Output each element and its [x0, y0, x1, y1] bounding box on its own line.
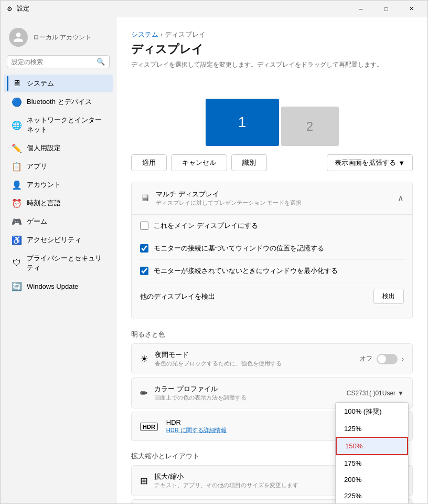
- checkbox-row-1: これをメイン ディスプレイにする: [140, 215, 404, 237]
- breadcrumb-arrow: ›: [160, 30, 165, 38]
- section-header-left: 🖥 マルチ ディスプレイ ディスプレイに対してプレゼンテーション モードを選択: [140, 190, 302, 207]
- sidebar-item-system[interactable]: 🖥 システム: [4, 75, 113, 92]
- multi-display-icon: 🖥: [140, 193, 149, 204]
- night-mode-text: 夜間モード 香色の光をブロックするために、強色を使用する: [155, 350, 282, 368]
- scale-option-125[interactable]: 125%: [336, 421, 408, 437]
- title-bar: ⚙ 設定 ─ □ ✕: [1, 1, 427, 17]
- scale-option-100[interactable]: 100% (推奨): [336, 403, 408, 421]
- sidebar-item-windows-update[interactable]: 🔄 Windows Update: [4, 277, 113, 295]
- color-profile-value: CS2731( )01User: [347, 390, 395, 397]
- color-profile-dropdown[interactable]: CS2731( )01User ▼: [347, 390, 404, 397]
- settings-icon: ⚙: [7, 5, 13, 13]
- nav-icon-bluetooth: 🔵: [12, 97, 22, 107]
- nav-label-personalization: 個人用設定: [27, 143, 61, 153]
- detect-label: 他のディスプレイを検出: [140, 292, 215, 301]
- night-mode-chevron-icon: ›: [402, 355, 404, 363]
- night-mode-icon: ☀: [140, 353, 148, 365]
- avatar: [9, 28, 28, 47]
- minimize-label: モニターが接続されていないときにウィンドウを最小化する: [154, 266, 338, 276]
- color-profile-left: ✏ カラー プロファイル 画面上での色の表示方法を調整する: [140, 384, 247, 402]
- remember-position-checkbox[interactable]: [140, 244, 148, 253]
- expand-button[interactable]: 表示画面を拡張する ▼: [327, 154, 413, 171]
- main-display-label: これをメイン ディスプレイにする: [154, 221, 258, 230]
- nav-icon-windows-update: 🔄: [12, 281, 22, 291]
- night-mode-left: ☀ 夜間モード 香色の光をブロックするために、強色を使用する: [140, 350, 282, 368]
- identify-button[interactable]: 識別: [231, 154, 267, 171]
- color-profile-text: カラー プロファイル 画面上での色の表示方法を調整する: [154, 384, 247, 402]
- night-mode-subtitle: 香色の光をブロックするために、強色を使用する: [155, 360, 282, 368]
- sidebar-item-personalization[interactable]: ✏️ 個人用設定: [4, 139, 113, 157]
- nav-icon-accessibility: ♿: [12, 235, 22, 245]
- page-subtitle: ディスプレイを選択して設定を変更します。ディスプレイをドラッグして再配置します。: [131, 60, 413, 69]
- minimize-checkbox[interactable]: [140, 267, 148, 275]
- scale-title: 拡大/縮小: [154, 472, 298, 481]
- nav-icon-system: 🖥: [12, 79, 22, 88]
- nav-label-system: システム: [27, 79, 54, 88]
- nav-label-bluetooth: Bluetooth とデバイス: [27, 97, 92, 107]
- multi-display-subtitle: ディスプレイに対してプレゼンテーション モードを選択: [156, 199, 302, 207]
- multi-display-title: マルチ ディスプレイ: [156, 190, 302, 199]
- cancel-button[interactable]: キャンセル: [171, 154, 227, 171]
- brightness-section-title: 明るさと色: [131, 330, 413, 339]
- sidebar-item-accounts[interactable]: 👤 アカウント: [4, 176, 113, 194]
- nav-icon-time: ⏰: [12, 198, 22, 208]
- nav-label-apps: アプリ: [27, 162, 47, 171]
- apply-button[interactable]: 適用: [131, 154, 167, 171]
- night-mode-right: オフ ›: [360, 354, 404, 364]
- nav-label-gaming: ゲーム: [27, 217, 47, 226]
- breadcrumb: システム › ディスプレイ: [131, 30, 413, 39]
- expand-label: 表示画面を拡張する: [335, 158, 396, 167]
- checkbox-row-2: モニターの接続に基づいてウィンドウの位置を記憶する: [140, 237, 404, 260]
- monitor-2[interactable]: 2: [281, 107, 339, 146]
- search-box[interactable]: 🔍: [7, 55, 110, 68]
- detect-row: 他のディスプレイを検出 検出: [140, 282, 404, 310]
- nav-icon-privacy: 🛡: [12, 258, 22, 268]
- sidebar-item-gaming[interactable]: 🎮 ゲーム: [4, 213, 113, 230]
- maximize-button[interactable]: □: [374, 1, 398, 17]
- monitor-1-label: 1: [238, 114, 247, 131]
- scale-option-200[interactable]: 200%: [336, 471, 408, 488]
- minimize-button[interactable]: ─: [349, 1, 373, 17]
- nav-label-windows-update: Windows Update: [27, 282, 78, 290]
- hdr-text: HDR HDR に関する詳細情報: [166, 418, 227, 434]
- multi-display-body: これをメイン ディスプレイにする モニターの接続に基づいてウィンドウの位置を記憶…: [132, 214, 412, 319]
- night-mode-value: オフ: [360, 354, 372, 363]
- collapse-icon: ∧: [398, 193, 404, 203]
- scale-option-175[interactable]: 175%: [336, 455, 408, 471]
- sidebar-item-privacy[interactable]: 🛡 プライバシーとセキュリティ: [4, 249, 113, 277]
- detect-button[interactable]: 検出: [373, 289, 404, 304]
- hdr-left: HDR HDR HDR に関する詳細情報: [140, 418, 227, 434]
- monitor-2-label: 2: [306, 119, 313, 134]
- hdr-info-link[interactable]: HDR に関する詳細情報: [166, 427, 227, 433]
- multi-display-header[interactable]: 🖥 マルチ ディスプレイ ディスプレイに対してプレゼンテーション モードを選択 …: [132, 182, 412, 214]
- hdr-link: HDR に関する詳細情報: [166, 426, 227, 434]
- breadcrumb-system[interactable]: システム: [131, 30, 158, 38]
- search-input[interactable]: [12, 58, 97, 66]
- sidebar: ローカル アカウント 🔍 🖥 システム 🔵 Bluetooth とデバイス 🌐 …: [1, 17, 116, 503]
- sidebar-item-bluetooth[interactable]: 🔵 Bluetooth とデバイス: [4, 93, 113, 111]
- sidebar-item-apps[interactable]: 📋 アプリ: [4, 158, 113, 175]
- user-section: ローカル アカウント: [1, 22, 116, 55]
- sidebar-item-accessibility[interactable]: ♿ アクセシビリティ: [4, 231, 113, 249]
- night-mode-toggle[interactable]: [377, 354, 398, 364]
- multi-display-section: 🖥 マルチ ディスプレイ ディスプレイに対してプレゼンテーション モードを選択 …: [131, 182, 413, 319]
- sidebar-item-time[interactable]: ⏰ 時刻と言語: [4, 194, 113, 212]
- nav-icon-apps: 📋: [12, 162, 22, 171]
- night-mode-title: 夜間モード: [155, 350, 282, 360]
- scale-dropdown-items: 100% (推奨)125%150%175%200%225%: [336, 403, 408, 503]
- nav-label-time: 時刻と言語: [27, 198, 61, 208]
- color-profile-subtitle: 画面上での色の表示方法を調整する: [154, 394, 247, 402]
- monitor-1[interactable]: 1: [206, 99, 279, 146]
- content-area: ローカル アカウント 🔍 🖥 システム 🔵 Bluetooth とデバイス 🌐 …: [1, 17, 427, 503]
- scale-option-225[interactable]: 225%: [336, 488, 408, 503]
- sidebar-item-network[interactable]: 🌐 ネットワークとインターネット: [4, 111, 113, 139]
- window-title: 設定: [17, 4, 29, 13]
- night-mode-row[interactable]: ☀ 夜間モード 香色の光をブロックするために、強色を使用する オフ ›: [131, 343, 413, 374]
- breadcrumb-display: ディスプレイ: [165, 30, 206, 38]
- close-button[interactable]: ✕: [399, 1, 423, 17]
- scale-option-150[interactable]: 150%: [336, 437, 408, 455]
- main-display-checkbox[interactable]: [140, 222, 148, 230]
- nav-label-network: ネットワークとインターネット: [27, 116, 104, 134]
- scale-subtitle: テキスト、アプリ、その他の項目のサイズを変更します: [154, 481, 298, 489]
- search-icon: 🔍: [97, 58, 105, 66]
